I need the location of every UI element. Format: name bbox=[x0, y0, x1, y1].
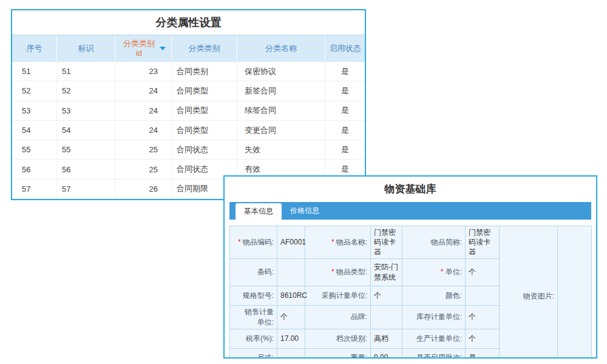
material-base-panel: 物资基础库 基本信息 价格信息 *物品编码: AF0001 *物品名称: 门禁密… bbox=[223, 175, 597, 359]
cell-identifier: 53 bbox=[57, 101, 115, 120]
cell-enabled: 是 bbox=[325, 121, 365, 140]
field-label-color: *颜色: bbox=[402, 286, 466, 305]
field-label-unit: *单位: bbox=[402, 258, 466, 286]
cell-seq: 51 bbox=[12, 62, 57, 81]
field-value-barcode[interactable] bbox=[277, 258, 305, 286]
cell-seq: 56 bbox=[12, 160, 57, 178]
field-value-spec-model[interactable]: 8610RC bbox=[277, 286, 305, 305]
cell-seq: 54 bbox=[12, 121, 57, 140]
required-asterisk: * bbox=[238, 238, 241, 246]
cell-enabled: 是 bbox=[325, 62, 365, 81]
field-label-item-code: *物品编码: bbox=[230, 226, 277, 259]
cell-category-type: 合同状态 bbox=[172, 140, 237, 159]
field-value-purchase-unit[interactable]: 个 bbox=[371, 286, 402, 305]
page: 分类属性设置 序号 标识 分类类别id 分类类别 分类名称 启用状态 51 51… bbox=[0, 0, 607, 364]
column-header-identifier: 标识 bbox=[57, 35, 115, 62]
cell-category-type: 合同类型 bbox=[172, 81, 237, 100]
field-label-grade-level: *档次级别: bbox=[305, 329, 371, 348]
category-attribute-panel: 分类属性设置 序号 标识 分类类别id 分类类别 分类名称 启用状态 51 51… bbox=[11, 9, 366, 200]
field-value-unit[interactable]: 个 bbox=[466, 258, 500, 286]
field-label-barcode: *条码: bbox=[230, 258, 277, 286]
table-row[interactable]: 54 54 24 合同类型 变更合同 是 bbox=[12, 121, 365, 140]
field-value-color[interactable] bbox=[466, 286, 500, 305]
column-header-category-name: 分类名称 bbox=[237, 35, 325, 62]
field-label-stock-unit: *库存计量单位: bbox=[402, 305, 466, 329]
tab-basic-info[interactable]: 基本信息 bbox=[236, 203, 282, 220]
field-value-item-short-name[interactable]: 门禁密码读卡器 bbox=[466, 226, 500, 259]
cell-identifier: 54 bbox=[57, 121, 115, 140]
column-header-category-id[interactable]: 分类类别id bbox=[115, 35, 172, 62]
cell-enabled: 是 bbox=[325, 140, 365, 159]
field-label-sales-unit: *销售计量单位: bbox=[230, 305, 277, 329]
cell-category-name: 保密协议 bbox=[237, 62, 325, 81]
field-label-weight: *重量: bbox=[305, 348, 371, 359]
field-value-stock-unit[interactable]: 个 bbox=[466, 305, 500, 329]
field-value-item-code[interactable]: AF0001 bbox=[277, 226, 305, 259]
cell-category-name: 新签合同 bbox=[237, 81, 325, 100]
field-value-item-name[interactable]: 门禁密码读卡器 bbox=[371, 226, 402, 259]
sort-caret-down-icon[interactable] bbox=[160, 47, 166, 50]
field-label-enable-batch: *是否启用批次: bbox=[402, 348, 466, 359]
field-label-purchase-unit: *采购计量单位: bbox=[305, 286, 371, 305]
cell-seq: 57 bbox=[12, 180, 57, 198]
field-label-production-unit: *生产计量单位: bbox=[402, 329, 466, 348]
field-value-item-type[interactable]: 安防-门禁系统 bbox=[371, 258, 402, 286]
cell-category-id: 25 bbox=[115, 140, 172, 159]
cell-category-name: 失效 bbox=[237, 140, 325, 159]
cell-seq: 52 bbox=[12, 81, 57, 100]
sorted-column-label: 分类类别id bbox=[121, 39, 157, 59]
table-header-row: 序号 标识 分类类别id 分类类别 分类名称 启用状态 bbox=[12, 35, 365, 62]
cell-category-id: 24 bbox=[115, 121, 172, 140]
field-value-grade-level[interactable]: 高档 bbox=[371, 329, 402, 348]
table-row[interactable]: 55 55 25 合同状态 失效 是 bbox=[12, 140, 365, 160]
field-value-enable-batch[interactable]: 是 bbox=[466, 348, 500, 359]
required-asterisk: * bbox=[331, 268, 334, 276]
cell-identifier: 57 bbox=[57, 180, 115, 198]
field-value-production-unit[interactable]: 个 bbox=[466, 329, 500, 348]
page-title: 物资基础库 bbox=[225, 177, 596, 202]
field-label-item-short-name: *物品简称: bbox=[402, 226, 466, 259]
cell-identifier: 51 bbox=[57, 62, 115, 81]
cell-seq: 55 bbox=[12, 140, 57, 159]
tab-price-info[interactable]: 价格信息 bbox=[282, 202, 328, 220]
basic-info-form: *物品编码: AF0001 *物品名称: 门禁密码读卡器 *物品简称: 门禁密码… bbox=[229, 226, 591, 359]
field-value-weight[interactable]: 0.00 bbox=[371, 348, 402, 359]
table-row[interactable]: 51 51 23 合同类别 保密协议 是 bbox=[12, 62, 365, 81]
cell-enabled: 是 bbox=[325, 81, 365, 100]
field-label-size: *尺寸: bbox=[230, 348, 277, 359]
column-header-enabled-status: 启用状态 bbox=[325, 35, 365, 62]
cell-identifier: 55 bbox=[57, 140, 115, 159]
cell-category-type: 合同类型 bbox=[172, 101, 237, 120]
cell-category-type: 合同类型 bbox=[172, 121, 237, 140]
column-header-category-type: 分类类别 bbox=[172, 35, 237, 62]
cell-category-id: 24 bbox=[115, 81, 172, 100]
cell-category-id: 24 bbox=[115, 101, 172, 120]
material-image-label: 物资图片: bbox=[500, 226, 558, 359]
page-title: 分类属性设置 bbox=[12, 10, 365, 35]
field-label-spec-model: *规格型号: bbox=[230, 286, 277, 305]
cell-category-id: 26 bbox=[115, 180, 172, 198]
field-label-item-name: *物品名称: bbox=[305, 226, 371, 259]
field-label-tax-rate: *税率(%): bbox=[230, 329, 277, 348]
cell-seq: 53 bbox=[12, 101, 57, 120]
table-row[interactable]: 53 53 24 合同类型 续签合同 是 bbox=[12, 101, 365, 121]
material-image-cell[interactable] bbox=[558, 226, 592, 359]
cell-category-id: 23 bbox=[115, 62, 172, 81]
cell-category-name: 变更合同 bbox=[237, 121, 325, 140]
field-label-item-type: *物品类型: bbox=[305, 258, 371, 286]
cell-category-type: 合同类别 bbox=[172, 62, 237, 81]
cell-category-name: 续签合同 bbox=[237, 101, 325, 120]
table-row[interactable]: 52 52 24 合同类型 新签合同 是 bbox=[12, 81, 365, 101]
tab-bar: 基本信息 价格信息 bbox=[229, 202, 591, 220]
required-asterisk: * bbox=[441, 268, 444, 276]
column-header-seq: 序号 bbox=[12, 35, 57, 62]
field-label-brand: *品牌: bbox=[305, 305, 371, 329]
cell-enabled: 是 bbox=[325, 101, 365, 120]
cell-identifier: 52 bbox=[57, 81, 115, 100]
required-asterisk: * bbox=[331, 238, 334, 246]
field-value-size[interactable] bbox=[277, 348, 305, 359]
field-value-sales-unit[interactable]: 个 bbox=[277, 305, 305, 329]
field-value-tax-rate[interactable]: 17.00 bbox=[277, 329, 305, 348]
cell-identifier: 56 bbox=[57, 160, 115, 178]
field-value-brand[interactable] bbox=[371, 305, 402, 329]
